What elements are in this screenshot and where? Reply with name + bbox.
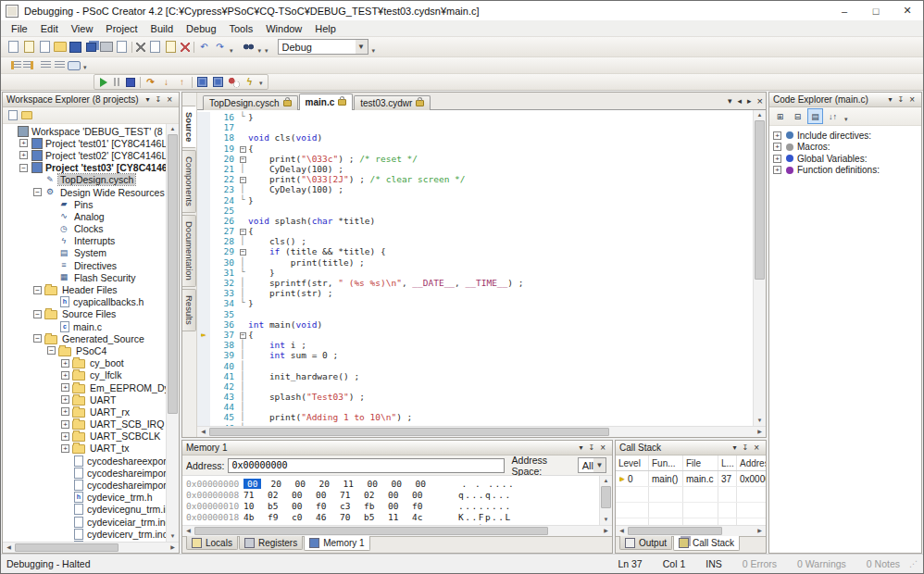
print-icon[interactable] — [100, 42, 113, 52]
scrollbar-thumb[interactable] — [15, 543, 119, 552]
text-box-icon[interactable] — [68, 61, 81, 70]
close-icon[interactable]: × — [751, 443, 762, 453]
sort-order-icon[interactable]: ↓↑ — [825, 108, 841, 124]
code-line[interactable]: 18void cls(void) — [197, 132, 753, 143]
comment-lines-icon[interactable] — [55, 61, 65, 69]
run-to-cursor-icon[interactable] — [213, 77, 223, 87]
tree-item[interactable]: −Header Files — [3, 283, 166, 295]
breakpoint-margin[interactable] — [197, 112, 210, 122]
pin-icon[interactable]: ↧ — [152, 95, 164, 104]
maximize-button[interactable]: □ — [860, 1, 892, 20]
fold-margin[interactable]: │ — [237, 350, 248, 360]
document-tab-main-c[interactable]: main.c — [299, 94, 354, 110]
tree-expander-icon[interactable]: + — [773, 166, 781, 174]
toolbar-overflow-icon[interactable]: ▾ — [83, 64, 87, 73]
fold-margin[interactable]: │ — [237, 381, 248, 392]
memory-byte[interactable]: 00 — [367, 479, 391, 489]
code-line[interactable]: 21│ CyDelay(100) ; — [197, 164, 753, 174]
breakpoint-margin[interactable] — [197, 184, 210, 194]
step-out-icon[interactable]: ↑ — [175, 76, 189, 88]
code-explorer-item[interactable]: +Include directives: — [769, 130, 921, 142]
breakpoint-margin[interactable] — [197, 381, 210, 392]
scroll-right-icon[interactable]: ▶ — [754, 526, 766, 536]
tree-expander-icon[interactable]: − — [33, 310, 42, 318]
fold-margin[interactable]: │ — [237, 402, 248, 412]
memory-byte[interactable]: c3 — [340, 501, 364, 511]
tree-expander-icon[interactable]: + — [61, 420, 69, 429]
breakpoint-margin[interactable] — [197, 371, 210, 381]
outdent-icon[interactable] — [23, 61, 33, 69]
tree-item[interactable]: cydevicerv_trm.inc — [3, 528, 166, 540]
fold-collapse-icon[interactable]: − — [240, 156, 246, 163]
fold-margin[interactable]: │ — [237, 412, 248, 422]
breakpoint-margin[interactable] — [197, 144, 210, 154]
code-line[interactable]: 32│ sprintf(str, " (%s %s)\n", __DATE__,… — [197, 278, 753, 288]
menu-project[interactable]: Project — [99, 22, 144, 35]
fold-collapse-icon[interactable]: − — [240, 177, 246, 183]
tree-item[interactable]: −Source Files — [3, 308, 166, 320]
tree-item[interactable]: −Project 'test03' [CY8C4146LQI-S433] — [3, 162, 166, 174]
code-line[interactable]: 29− if (title && *title) { — [197, 246, 753, 256]
fold-collapse-icon[interactable]: − — [240, 146, 246, 153]
menu-window[interactable]: Window — [259, 22, 308, 35]
tree-item[interactable]: cydeviceiar_trm.inc — [3, 516, 166, 528]
memory-byte[interactable]: 11 — [343, 479, 367, 489]
breakpoint-margin[interactable] — [197, 226, 210, 236]
tree-item[interactable]: ✎TopDesign.cysch — [3, 174, 166, 186]
tree-item[interactable]: +UART_SCB_IRQ — [3, 418, 166, 430]
memory-byte[interactable]: 00 — [388, 490, 412, 500]
side-tab-documentation[interactable]: Documentation — [182, 215, 196, 287]
step-into-icon[interactable]: ↓ — [159, 76, 173, 88]
fold-margin[interactable]: │ — [237, 257, 248, 268]
tree-expander-icon[interactable]: − — [33, 188, 42, 196]
code-line[interactable]: 43│ splash("Test03") ; — [197, 392, 753, 402]
tab-call-stack[interactable]: Call Stack — [673, 536, 740, 551]
tree-item[interactable]: −⚙Design Wide Resources (test03.cydw — [3, 186, 166, 198]
document-tab-TopDesign-cysch[interactable]: TopDesign.cysch — [203, 95, 298, 110]
fold-margin[interactable]: │ — [237, 184, 248, 194]
resize-grip[interactable]: ⋰ — [909, 559, 918, 568]
tree-expander-icon[interactable]: + — [61, 432, 69, 441]
pin-icon[interactable]: ↧ — [585, 443, 597, 452]
tree-expander-icon[interactable]: + — [773, 143, 781, 151]
scroll-down-icon[interactable]: ▼ — [754, 416, 766, 426]
fold-margin[interactable]: │ — [237, 236, 248, 246]
scrollbar-thumb[interactable] — [755, 120, 765, 280]
undo-icon[interactable]: ↶ — [197, 41, 211, 53]
memory-byte[interactable]: b5 — [364, 512, 388, 522]
code-line[interactable]: 27−{ — [197, 226, 753, 236]
menu-file[interactable]: File — [5, 22, 34, 35]
breakpoint-margin[interactable] — [197, 402, 210, 412]
column-header[interactable]: Level — [616, 455, 649, 470]
memory-byte[interactable]: 20 — [270, 479, 294, 489]
window-position-icon[interactable]: ▾ — [730, 443, 739, 452]
breakpoint-margin[interactable] — [197, 216, 210, 226]
memory-byte[interactable]: f0 — [412, 501, 436, 511]
scrollbar-thumb[interactable] — [628, 527, 722, 535]
code-line[interactable]: 28│ cls() ; — [197, 236, 753, 246]
tree-expander-icon[interactable]: + — [19, 151, 28, 159]
scrollbar-thumb[interactable] — [209, 428, 609, 436]
column-header[interactable]: File — [683, 455, 718, 470]
scroll-down-icon[interactable]: ▼ — [167, 531, 179, 542]
breakpoint-margin[interactable] — [197, 195, 210, 206]
memory-byte[interactable]: 00 — [294, 479, 318, 489]
memory-byte[interactable]: 02 — [268, 490, 292, 500]
scrollbar-thumb[interactable] — [601, 486, 611, 508]
code-line[interactable]: 33│ print(str) ; — [197, 288, 753, 298]
sync-folder-icon[interactable] — [21, 111, 32, 119]
code-explorer-item[interactable]: +Function definitions: — [769, 165, 921, 177]
scroll-left-icon[interactable]: ◀ — [182, 526, 194, 536]
column-header[interactable]: L... — [718, 455, 737, 470]
fold-margin[interactable]: − — [237, 226, 248, 236]
toolbar-overflow-icon[interactable]: ▾ — [259, 80, 263, 89]
breakpoint-margin[interactable] — [197, 278, 210, 288]
close-icon[interactable]: × — [597, 443, 608, 453]
tree-item[interactable]: Workspace 'DEBUG_TEST' (8 Projects) — [3, 125, 166, 137]
memory-byte[interactable]: f9 — [268, 512, 292, 522]
breakpoint-margin[interactable] — [197, 154, 210, 164]
debug-flash-icon[interactable]: ϟ — [243, 76, 256, 88]
tree-expander-icon[interactable]: + — [61, 395, 69, 404]
memory-byte[interactable]: 00 — [316, 490, 340, 500]
code-line[interactable]: 22− print("\033[2J") ; /* clear screen *… — [197, 174, 753, 184]
